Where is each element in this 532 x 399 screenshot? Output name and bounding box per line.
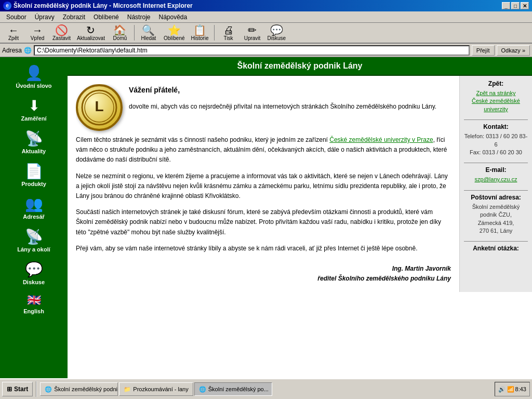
home-button[interactable]: 🏠 Domů bbox=[109, 24, 131, 42]
taskbar-btn-2[interactable]: 📁 Prozkoumávání - lany bbox=[119, 382, 193, 396]
anketni-section: Anketní otázka: bbox=[464, 245, 528, 252]
sidebar-item-produkty[interactable]: 📄 Produkty bbox=[0, 159, 68, 190]
content-area: 👤 Úvodní slovo ⬇ Zaměření 📡 Aktuality 📄 … bbox=[0, 57, 532, 378]
taskbar-btn-1[interactable]: 🌐 Školní zemědělský podnik ... bbox=[40, 382, 118, 396]
links-button[interactable]: Odkazy » bbox=[497, 45, 530, 56]
menu-upravy[interactable]: Úpravy bbox=[31, 12, 59, 22]
stop-icon: 🚫 bbox=[55, 25, 68, 35]
divider-4 bbox=[464, 241, 528, 242]
zpet-link[interactable]: Zpět na stránkyČeské zemědělské univerzi… bbox=[464, 89, 528, 113]
sidebar-item-english[interactable]: 🇬🇧 English bbox=[0, 290, 68, 317]
taskbar-label-1: Školní zemědělský podnik ... bbox=[54, 386, 118, 392]
sidebar-item-diskuse[interactable]: 💬 Diskuse bbox=[0, 258, 68, 288]
print-button[interactable]: 🖨 Tisk bbox=[217, 24, 240, 42]
sidebar-item-uvodni[interactable]: 👤 Úvodní slovo bbox=[0, 61, 68, 92]
home-icon: 🏠 bbox=[113, 25, 126, 35]
toolbar-sep-1 bbox=[134, 25, 135, 41]
start-button[interactable]: ⊞ Start bbox=[2, 382, 33, 396]
uvodni-icon: 👤 bbox=[25, 64, 43, 82]
tray-icons: 🔊 📶 bbox=[498, 386, 514, 393]
menu-bar: Soubor Úpravy Zobrazit Oblíbené Nástroje… bbox=[0, 11, 532, 23]
address3: 270 61, Lány bbox=[464, 227, 528, 235]
sidebar-item-adresar[interactable]: 👥 Adresář bbox=[0, 192, 68, 223]
home-label: Domů bbox=[113, 35, 127, 41]
zamereni-icon: ⬇ bbox=[28, 97, 40, 114]
diskuse-sidebar-icon: 💬 bbox=[25, 261, 43, 278]
search-button[interactable]: 🔍 Hledat bbox=[137, 24, 160, 42]
history-icon: 📋 bbox=[193, 25, 206, 35]
discuss-icon: 💬 bbox=[270, 25, 283, 35]
refresh-button[interactable]: ↻ Aktualizovat bbox=[74, 24, 108, 42]
page-header: Školní zemědělský podnik Lány bbox=[68, 57, 532, 76]
postal-section: Poštovní adresa: Školní zemědělský podni… bbox=[464, 194, 528, 235]
aktuality-icon: 📡 bbox=[25, 130, 43, 147]
close-button[interactable]: ✕ bbox=[521, 2, 529, 9]
stop-button[interactable]: 🚫 Zastavit bbox=[50, 24, 73, 42]
forward-icon: → bbox=[32, 25, 43, 35]
favorites-label: Oblíbené bbox=[164, 35, 185, 41]
toolbar-sep-2 bbox=[214, 25, 215, 41]
sidebar-item-aktuality[interactable]: 📡 Aktuality bbox=[0, 127, 68, 157]
menu-oblibene[interactable]: Oblíbené bbox=[89, 12, 123, 22]
taskbar-sep bbox=[36, 381, 37, 397]
zpet-title: Zpět: bbox=[464, 80, 528, 87]
search-icon: 🔍 bbox=[142, 25, 155, 35]
postal-title: Poštovní adresa: bbox=[464, 194, 528, 201]
diskuse-label: Diskuse bbox=[23, 279, 45, 285]
favorites-button[interactable]: ⭐ Oblíbené bbox=[161, 24, 188, 42]
favorites-icon: ⭐ bbox=[168, 25, 181, 35]
para5: Přeji vám, aby se vám naše internetové s… bbox=[76, 244, 451, 254]
email-link[interactable]: szp@lany.czu.cz bbox=[464, 176, 528, 183]
telefon-text: Telefon: 0313 / 60 20 83-6 bbox=[464, 132, 528, 149]
logo-image: L bbox=[76, 84, 123, 131]
menu-soubor[interactable]: Soubor bbox=[2, 12, 31, 22]
taskbar-ie-icon-1: 🌐 bbox=[45, 386, 52, 393]
history-button[interactable]: 📋 Historie bbox=[189, 24, 211, 42]
signature-title: ředitel Školního zemědělského podniku Lá… bbox=[76, 274, 451, 284]
english-label: English bbox=[23, 308, 44, 314]
para4: Součástí našich internetových stránek je… bbox=[76, 207, 451, 237]
edit-button[interactable]: ✏ Upravit bbox=[241, 24, 264, 42]
system-tray: 🔊 📶 8:43 bbox=[495, 382, 530, 396]
stop-label: Zastavit bbox=[52, 35, 71, 41]
divider-1 bbox=[464, 119, 528, 120]
main-text: L Vážení přátelé, dovolte mi, abych vás … bbox=[68, 76, 459, 292]
taskbar-btn-3[interactable]: 🌐 Školní zemědělský po... bbox=[194, 382, 272, 396]
address-input[interactable] bbox=[34, 45, 470, 56]
go-button[interactable]: Přejít bbox=[472, 45, 495, 56]
back-icon: ← bbox=[8, 25, 19, 35]
minimize-button[interactable]: _ bbox=[502, 2, 510, 9]
ie-logo-icon: e bbox=[3, 2, 11, 10]
email-section: E-mail: szp@lany.czu.cz bbox=[464, 166, 528, 183]
svg-text:L: L bbox=[95, 98, 103, 114]
adresar-label: Adresář bbox=[23, 214, 45, 220]
refresh-icon: ↻ bbox=[86, 25, 95, 35]
sidebar: 👤 Úvodní slovo ⬇ Zaměření 📡 Aktuality 📄 … bbox=[0, 57, 68, 378]
para1: dovolte mi, abych vás co nejsrdečněji př… bbox=[76, 102, 451, 112]
start-icon: ⊞ bbox=[7, 385, 12, 393]
forward-button[interactable]: → Vpřed bbox=[26, 24, 49, 42]
divider-3 bbox=[464, 190, 528, 191]
back-button[interactable]: ← Zpět bbox=[2, 24, 25, 42]
forward-label: Vpřed bbox=[31, 35, 45, 41]
menu-zobrazit[interactable]: Zobrazit bbox=[59, 12, 89, 22]
page-title: Školní zemědělský podnik Lány bbox=[237, 61, 363, 70]
window-title: Školní zemědělský podnik Lány - Microsof… bbox=[14, 2, 193, 9]
taskbar-ie-icon-3: 🌐 bbox=[199, 386, 206, 393]
start-label: Start bbox=[14, 385, 28, 393]
english-flag-icon: 🇬🇧 bbox=[27, 294, 41, 307]
taskbar-label-2: Prozkoumávání - lany bbox=[133, 386, 188, 392]
page-body: L Vážení přátelé, dovolte mi, abych vás … bbox=[68, 76, 532, 292]
maximize-button[interactable]: □ bbox=[511, 2, 520, 9]
discuss-button[interactable]: 💬 Diskuse bbox=[265, 24, 289, 42]
sidebar-item-zamereni[interactable]: ⬇ Zaměření bbox=[0, 94, 68, 125]
sidebar-item-lany[interactable]: 📡 Lány a okolí bbox=[0, 225, 68, 256]
toolbar: ← Zpět → Vpřed 🚫 Zastavit ↻ Aktualizovat… bbox=[0, 23, 532, 44]
menu-nastroje[interactable]: Nástroje bbox=[123, 12, 155, 22]
menu-napoveda[interactable]: Nápověda bbox=[154, 12, 191, 22]
fax-text: Fax: 0313 / 60 20 30 bbox=[464, 149, 528, 156]
czu-link[interactable]: České zemědělské univerzity v Praze bbox=[329, 136, 433, 143]
produkty-label: Produkty bbox=[21, 181, 46, 187]
taskbar-folder-icon: 📁 bbox=[124, 386, 131, 393]
address-bar: Adresa 🌐 Přejít Odkazy » bbox=[0, 44, 532, 57]
